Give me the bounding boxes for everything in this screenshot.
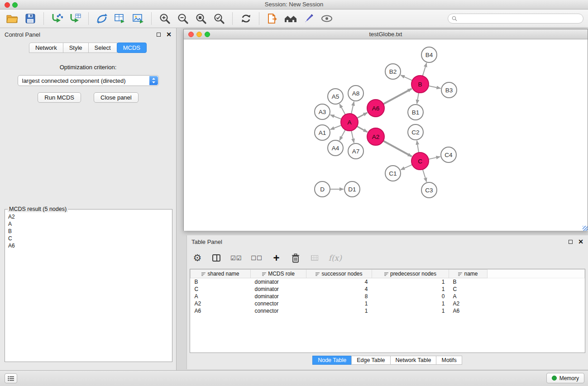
table-row[interactable]: Bdominator41B: [191, 278, 585, 286]
graph-node-A4[interactable]: A4: [328, 140, 343, 156]
graph-edge-A-A7[interactable]: [351, 131, 354, 143]
table-settings-button[interactable]: ⚙: [192, 252, 202, 264]
deselect-all-columns-button[interactable]: ☐☐: [251, 252, 262, 264]
graph-edge-A-A6[interactable]: [357, 113, 368, 118]
graph-node-A1[interactable]: A1: [315, 125, 330, 140]
column-header-shared-name[interactable]: shared name: [191, 270, 251, 278]
graph-edge-C-C4[interactable]: [429, 157, 440, 159]
table-cell[interactable]: A6: [191, 307, 251, 315]
graph-node-A5[interactable]: A5: [328, 89, 343, 104]
tab-select[interactable]: Select: [88, 43, 117, 53]
close-panel-button[interactable]: Close panel: [94, 92, 139, 103]
show-columns-button[interactable]: [211, 252, 221, 264]
save-session-button[interactable]: [23, 11, 38, 26]
table-cell[interactable]: 1: [306, 300, 372, 307]
import-network-from-file-button[interactable]: [49, 11, 65, 26]
table-cell[interactable]: 4: [306, 286, 372, 293]
graph-node-A[interactable]: A: [341, 114, 358, 131]
snapshot-button[interactable]: [265, 11, 280, 26]
column-header-successor-nodes[interactable]: successor nodes: [306, 270, 372, 278]
network-graph[interactable]: B4B2BB3A5A8A6A3B1AA1C2A2A4A7C4CC1C3DD1: [184, 39, 588, 231]
memory-button[interactable]: Memory: [546, 373, 584, 383]
graph-edge-B-B2[interactable]: [401, 75, 412, 81]
table-cell[interactable]: A2: [449, 300, 488, 307]
delete-column-button[interactable]: [291, 252, 301, 264]
graph-node-A6[interactable]: A6: [367, 100, 384, 117]
style-brush-button[interactable]: [301, 11, 316, 26]
graph-edge-A2-C[interactable]: [383, 141, 412, 157]
table-options-button[interactable]: [112, 11, 128, 26]
show-hide-button[interactable]: [319, 11, 335, 26]
mcds-result-item[interactable]: A6: [7, 242, 170, 249]
graph-node-C1[interactable]: C1: [385, 166, 401, 181]
mcds-result-item[interactable]: C: [7, 235, 170, 242]
table-cell[interactable]: 1: [306, 307, 372, 315]
graph-node-A7[interactable]: A7: [348, 143, 363, 159]
graph-edge-C-C1[interactable]: [401, 165, 412, 170]
close-panel-icon[interactable]: ✕: [578, 239, 583, 244]
table-cell[interactable]: connector: [251, 300, 306, 307]
tab-motifs[interactable]: Motifs: [436, 356, 462, 365]
graph-node-C4[interactable]: C4: [441, 147, 456, 162]
graph-edge-B-B4[interactable]: [423, 63, 427, 76]
tab-network-table[interactable]: Network Table: [390, 356, 437, 365]
table-row[interactable]: Cdominator41C: [191, 286, 585, 293]
function-builder-button[interactable]: f(x): [329, 252, 342, 264]
table-cell[interactable]: 4: [306, 278, 372, 286]
network-options-button[interactable]: [94, 11, 110, 26]
window-resize-grip[interactable]: [583, 226, 588, 231]
graph-edge-A-A2[interactable]: [357, 126, 368, 132]
graph-node-A3[interactable]: A3: [315, 104, 330, 119]
graph-edge-A6-B[interactable]: [383, 89, 412, 104]
graph-edge-B-B3[interactable]: [429, 86, 441, 88]
table-cell[interactable]: C: [191, 286, 251, 293]
zoom-in-button[interactable]: [157, 11, 172, 26]
mcds-result-item[interactable]: A: [7, 220, 170, 228]
table-row[interactable]: A2connector11A2: [191, 300, 585, 307]
tab-edge-table[interactable]: Edge Table: [351, 356, 390, 365]
open-session-button[interactable]: [5, 11, 20, 26]
graph-edge-A-A8[interactable]: [351, 102, 354, 114]
float-panel-icon[interactable]: [157, 33, 161, 37]
graph-node-A2[interactable]: A2: [367, 128, 384, 145]
graph-node-B1[interactable]: B1: [408, 105, 423, 120]
table-cell[interactable]: B: [449, 278, 488, 286]
table-cell[interactable]: 1: [372, 300, 449, 307]
network-window-titlebar[interactable]: testGlobe.txt: [184, 29, 588, 39]
zoom-out-button[interactable]: [175, 11, 191, 26]
graph-edge-A-A5[interactable]: [339, 104, 345, 115]
tab-node-table[interactable]: Node Table: [312, 356, 352, 365]
create-column-button[interactable]: +: [272, 252, 282, 264]
table-cell[interactable]: 0: [372, 293, 449, 300]
table-cell[interactable]: 1: [372, 307, 449, 315]
mcds-result-item[interactable]: A2: [7, 213, 170, 220]
graph-node-C2[interactable]: C2: [408, 124, 423, 140]
mcds-result-item[interactable]: B: [7, 228, 170, 235]
table-cell[interactable]: A2: [191, 300, 251, 307]
table-cell[interactable]: A6: [449, 307, 488, 315]
table-cell[interactable]: A: [191, 293, 251, 300]
network-canvas[interactable]: B4B2BB3A5A8A6A3B1AA1C2A2A4A7C4CC1C3DD1: [184, 39, 588, 231]
table-row[interactable]: A6connector11A6: [191, 307, 585, 315]
graph-node-B[interactable]: B: [411, 76, 429, 93]
graph-edge-A-A4[interactable]: [339, 130, 345, 141]
table-row[interactable]: Adominator80A: [191, 293, 585, 300]
zoom-fit-content-button[interactable]: [193, 11, 209, 26]
graph-node-D[interactable]: D: [315, 181, 330, 197]
graph-node-B2[interactable]: B2: [385, 64, 401, 79]
refresh-button[interactable]: [238, 11, 253, 26]
tab-mcds[interactable]: MCDS: [117, 43, 147, 53]
zoom-selected-button[interactable]: [211, 11, 227, 26]
graph-edge-C-C2[interactable]: [417, 141, 419, 152]
search-input[interactable]: [459, 15, 579, 22]
float-panel-icon[interactable]: [569, 240, 573, 244]
graph-node-A8[interactable]: A8: [348, 86, 363, 101]
table-cell[interactable]: dominator: [251, 278, 306, 286]
table-cell[interactable]: A: [449, 293, 488, 300]
select-all-columns-button[interactable]: ☑☑: [230, 252, 242, 264]
export-image-button[interactable]: [130, 11, 146, 26]
graph-node-B3[interactable]: B3: [441, 82, 457, 98]
graph-node-C3[interactable]: C3: [421, 182, 437, 198]
table-cell[interactable]: 1: [372, 278, 449, 286]
table-cell[interactable]: 1: [372, 286, 449, 293]
